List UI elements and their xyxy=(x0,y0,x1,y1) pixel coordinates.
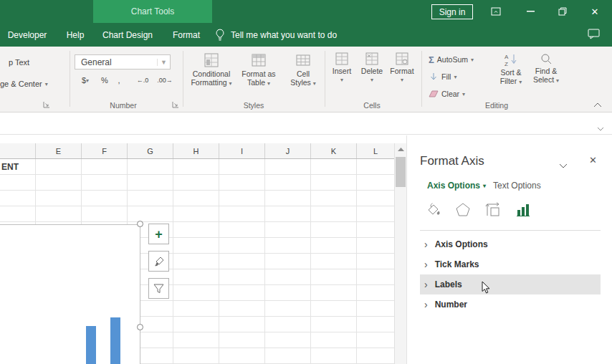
lightbulb-icon xyxy=(215,29,225,41)
formula-bar-expand-icon[interactable] xyxy=(597,121,604,134)
insert-cells-button[interactable]: Insert ▾ xyxy=(327,52,357,97)
wrap-text-button[interactable]: p Text xyxy=(9,58,29,67)
format-as-table-button[interactable]: Format asTable ▾ xyxy=(236,49,281,101)
chart-filters-button[interactable] xyxy=(148,278,169,299)
section-axis-options[interactable]: › Axis Options xyxy=(420,234,601,254)
close-icon[interactable]: ✕ xyxy=(584,0,606,23)
decrease-decimal-icon[interactable]: .00→ xyxy=(155,74,175,87)
group-separator xyxy=(421,51,422,107)
tab-developer[interactable]: Developer xyxy=(4,23,51,47)
fill-down-icon xyxy=(429,72,439,82)
restore-icon[interactable] xyxy=(552,0,573,23)
size-properties-category-icon[interactable] xyxy=(483,200,503,220)
percent-format-button[interactable]: % xyxy=(99,74,110,87)
format-as-table-icon xyxy=(251,52,267,68)
conditional-formatting-button[interactable]: ConditionalFormatting ▾ xyxy=(189,49,234,101)
pane-tab-text-options[interactable]: Text Options xyxy=(493,181,541,191)
chart-styles-button[interactable] xyxy=(148,251,169,272)
column-header[interactable]: H xyxy=(173,143,219,158)
fill-button[interactable]: Fill ▾ xyxy=(429,70,456,84)
column-header[interactable]: L xyxy=(357,143,394,158)
sign-in-button[interactable]: Sign in xyxy=(431,4,473,19)
section-number[interactable]: › Number xyxy=(420,294,601,315)
tab-help-label: Help xyxy=(67,30,85,40)
tab-format[interactable]: Format xyxy=(163,23,209,47)
find-select-button[interactable]: Find &Select ▾ xyxy=(529,49,563,101)
delete-cells-label: Delete xyxy=(361,67,383,75)
conditional-formatting-label1: Conditional xyxy=(193,70,231,78)
gridline xyxy=(219,159,219,364)
format-cells-button[interactable]: Format ▾ xyxy=(387,52,417,97)
chevron-down-icon: ▼ xyxy=(157,59,170,66)
axis-options-tab-label: Axis Options xyxy=(427,181,480,191)
cell-styles-button[interactable]: CellStyles ▾ xyxy=(281,49,325,101)
column-header[interactable]: E xyxy=(36,143,82,158)
clear-button[interactable]: Clear ▾ xyxy=(429,87,465,101)
scroll-up-icon[interactable] xyxy=(395,143,406,155)
chevron-down-icon: ▾ xyxy=(401,77,403,83)
column-header[interactable]: G xyxy=(128,143,173,158)
sort-filter-button[interactable]: AZ Sort &Filter ▾ xyxy=(494,49,527,101)
contextual-tab-header: Chart Tools xyxy=(93,0,212,23)
sigma-icon: Σ xyxy=(429,54,434,65)
comments-icon[interactable] xyxy=(588,29,600,42)
launcher-glyph xyxy=(43,101,50,108)
chevron-down-icon: ▾ xyxy=(519,79,522,85)
paint-bucket-glyph xyxy=(424,201,441,219)
chevron-right-icon: › xyxy=(424,279,428,289)
autosum-button[interactable]: Σ AutoSum ▾ xyxy=(429,52,474,67)
format-cells-label: Format xyxy=(390,67,413,75)
fill-line-category-icon[interactable] xyxy=(423,200,443,220)
ribbon-display-options-glyph xyxy=(491,7,501,16)
scrollbar-thumb[interactable] xyxy=(396,157,406,187)
number-format-select[interactable]: General ▼ xyxy=(75,54,171,70)
merge-center-button[interactable]: ge & Center ▾ xyxy=(0,80,48,88)
tab-help[interactable]: Help xyxy=(57,23,93,47)
column-header[interactable]: J xyxy=(265,143,311,158)
ribbon-display-options-icon[interactable] xyxy=(485,0,507,23)
group-separator xyxy=(70,51,70,107)
chart-selection-handle[interactable] xyxy=(137,324,143,330)
pane-close-icon[interactable]: ✕ xyxy=(589,155,597,166)
collapse-ribbon-icon[interactable] xyxy=(593,100,602,109)
column-header-partial[interactable] xyxy=(0,143,36,158)
section-number-label: Number xyxy=(435,300,467,310)
formula-bar[interactable] xyxy=(0,112,612,135)
delete-cells-button[interactable]: Delete ▾ xyxy=(357,52,387,97)
cell-styles-label2: Styles xyxy=(290,78,311,87)
alignment-dialog-launcher-icon[interactable] xyxy=(43,101,50,110)
cell-styles-label1: Cell xyxy=(297,70,310,78)
currency-format-button[interactable]: $▾ xyxy=(76,74,95,87)
cell-styles-icon xyxy=(295,52,311,68)
pane-divider xyxy=(420,230,601,231)
find-select-label2: Select xyxy=(533,75,554,84)
pane-title: Format Axis xyxy=(420,154,484,168)
plus-icon: + xyxy=(155,228,163,241)
chart-selection-handle[interactable] xyxy=(137,221,143,227)
pane-tab-axis-options[interactable]: Axis Options ▾ xyxy=(427,181,486,191)
column-header[interactable]: K xyxy=(311,143,357,158)
insert-cells-icon xyxy=(335,52,348,65)
embedded-chart[interactable] xyxy=(0,224,140,364)
effects-category-icon[interactable] xyxy=(453,200,473,220)
tell-me-box[interactable]: Tell me what you want to do xyxy=(215,23,337,47)
section-tick-marks[interactable]: › Tick Marks xyxy=(420,254,601,274)
number-dialog-launcher-icon[interactable] xyxy=(172,101,179,110)
minimize-icon[interactable] xyxy=(520,0,541,23)
tab-chart-design[interactable]: Chart Design xyxy=(97,23,158,47)
pane-collapse-icon[interactable] xyxy=(559,158,568,171)
chart-elements-button[interactable]: + xyxy=(148,224,169,244)
increase-decimal-icon[interactable]: ←.0 xyxy=(133,74,152,87)
vertical-scrollbar[interactable] xyxy=(394,143,406,364)
gridline xyxy=(356,159,357,364)
speech-bubble-glyph xyxy=(588,29,600,39)
cells-group-label: Cells xyxy=(327,101,417,111)
format-as-table-label1: Format as xyxy=(242,70,275,78)
section-labels[interactable]: › Labels xyxy=(420,274,601,294)
axis-options-category-icon[interactable] xyxy=(513,200,533,220)
restore-glyph xyxy=(558,7,567,16)
column-header[interactable]: F xyxy=(82,143,128,158)
comma-format-button[interactable]: , xyxy=(115,74,123,87)
column-headers: E F G H I J K L xyxy=(0,143,394,159)
column-header[interactable]: I xyxy=(219,143,265,158)
